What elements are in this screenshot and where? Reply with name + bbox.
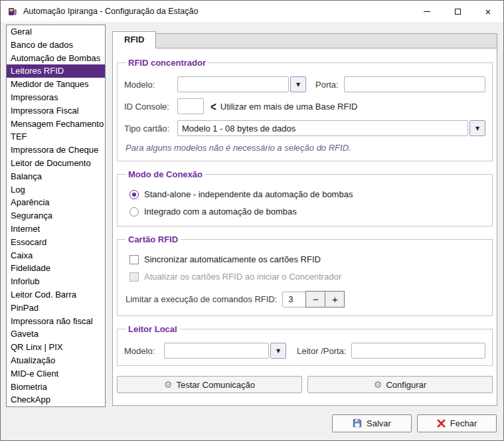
- tipo-cartao-dropdown-button[interactable]: ▼: [469, 120, 485, 136]
- sidebar-item[interactable]: Biometria: [7, 381, 105, 394]
- close-icon: ×: [485, 7, 491, 17]
- window-controls: ×: [412, 1, 503, 22]
- sidebar-item-label: Aparência: [11, 197, 50, 207]
- sidebar-item-label: Leitor de Documento: [11, 158, 91, 168]
- limit-row: Limitar a execução de comandos RFID: 3 −…: [126, 291, 485, 308]
- sidebar-item[interactable]: MID-e Client: [7, 367, 105, 381]
- tipo-cartao-label: Tipo cartão:: [124, 124, 177, 133]
- id-console-hint: Utilizar em mais de uma Base RFID: [220, 102, 358, 112]
- minimize-button[interactable]: [412, 1, 442, 22]
- modelo-input[interactable]: [177, 76, 289, 92]
- sidebar-item[interactable]: Impressora de Cheque: [7, 143, 105, 157]
- sidebar-item[interactable]: Banco de dados: [7, 39, 105, 52]
- radio-icon: [129, 190, 139, 199]
- sidebar-item-label: Geral: [11, 27, 32, 37]
- sidebar-item[interactable]: Geral: [7, 25, 105, 39]
- modelo-row: Modelo: ▼ Porta:: [124, 76, 485, 92]
- sidebar-item[interactable]: PinPad: [7, 302, 105, 315]
- id-console-row: ID Console: < Utilizar em mais de uma Ba…: [124, 98, 485, 114]
- leitor-modelo-input[interactable]: [164, 343, 269, 359]
- gear-icon: ⚙: [374, 380, 382, 389]
- sidebar-item[interactable]: Automação de Bombas: [7, 52, 105, 65]
- fechar-button[interactable]: Fechar: [417, 414, 497, 432]
- sidebar-item[interactable]: CheckApp: [7, 393, 105, 406]
- modelo-dropdown-button[interactable]: ▼: [290, 76, 306, 92]
- action-row: ⚙ Testar Comunicação ⚙ Configurar: [117, 376, 493, 395]
- configurar-button[interactable]: ⚙ Configurar: [307, 376, 493, 393]
- leitor-modelo-combobox: ▼: [164, 343, 286, 359]
- limit-increment-button[interactable]: +: [325, 291, 345, 308]
- limit-decrement-button[interactable]: −: [305, 291, 325, 308]
- configurar-label: Configurar: [386, 380, 426, 390]
- sidebar-item[interactable]: Leitores RFID: [7, 64, 105, 78]
- sidebar-item[interactable]: Atualização: [7, 354, 105, 367]
- porta-input[interactable]: [344, 76, 485, 92]
- sidebar-item[interactable]: Log: [7, 183, 105, 197]
- sidebar-item-label: Biometria: [11, 382, 47, 392]
- sidebar-item-label: Inforlub: [11, 276, 39, 286]
- window: Automação Ipiranga - Configuração da Est…: [0, 0, 504, 441]
- tipo-cartao-row: Tipo cartão: Modelo 1 - 08 bytes de dado…: [124, 120, 485, 136]
- sidebar-item-label: Essocard: [11, 237, 46, 247]
- modelo-combobox: ▼: [177, 76, 306, 92]
- leitor-modelo-dropdown-button[interactable]: ▼: [270, 343, 286, 359]
- limit-value[interactable]: 3: [282, 292, 306, 308]
- minimize-icon: [424, 11, 430, 12]
- group-modo-conexao: Modo de Conexão Stand-alone - independen…: [117, 169, 493, 226]
- sidebar-item[interactable]: Mensagem Fechamento: [7, 118, 105, 131]
- sidebar-item[interactable]: Impressoras: [7, 91, 105, 104]
- radio-label: Integrado com a automação de bombas: [144, 207, 297, 217]
- tipo-cartao-value[interactable]: Modelo 1 - 08 bytes de dados: [177, 120, 468, 136]
- chevron-down-icon: ▼: [276, 348, 280, 354]
- sidebar-item[interactable]: Leitor Cod. Barra: [7, 288, 105, 302]
- sidebar-item[interactable]: Internet: [7, 222, 105, 236]
- sidebar-item-label: Impressora Fiscal: [11, 106, 79, 116]
- sidebar-item[interactable]: Segurança: [7, 209, 105, 222]
- sidebar-item[interactable]: Balança: [7, 170, 105, 183]
- id-console-input[interactable]: [177, 98, 204, 114]
- leitor-porta-input[interactable]: [351, 343, 485, 359]
- close-x-icon: [437, 419, 446, 428]
- tabbar: RFID: [112, 30, 497, 48]
- sidebar-item[interactable]: Impressora não fiscal: [7, 315, 105, 328]
- tab-rfid[interactable]: RFID: [112, 31, 156, 48]
- sidebar-item[interactable]: Aparência: [7, 196, 105, 209]
- sidebar-item[interactable]: Impressora Fiscal: [7, 104, 105, 118]
- plus-icon: +: [332, 294, 338, 305]
- titlebar: Automação Ipiranga - Configuração da Est…: [1, 1, 503, 22]
- leitor-porta-label: Leitor /Porta:: [297, 346, 346, 356]
- main-area: RFID RFID concentrador Modelo: ▼: [112, 30, 497, 406]
- testar-comunicacao-button[interactable]: ⚙ Testar Comunicação: [117, 376, 302, 393]
- maximize-button[interactable]: [442, 1, 473, 22]
- radio-icon: [129, 207, 139, 217]
- sidebar-item[interactable]: Medidor de Tanques: [7, 78, 105, 91]
- sidebar-item-label: Atualização: [11, 355, 55, 365]
- sidebar-item-label: Impressora de Cheque: [11, 145, 98, 155]
- radio-option[interactable]: Integrado com a automação de bombas: [129, 207, 485, 217]
- sidebar-item[interactable]: Caixa: [7, 249, 105, 262]
- sidebar-item[interactable]: TEF: [7, 130, 105, 143]
- group-leitor-local-title: Leitor Local: [126, 324, 180, 334]
- window-body: Geral Banco de dados Automação de Bombas…: [1, 22, 503, 406]
- sidebar-item-label: MID-e Client: [11, 369, 58, 379]
- salvar-button[interactable]: Salvar: [332, 414, 412, 432]
- sidebar-item-label: PinPad: [11, 303, 39, 313]
- sidebar-item-label: TEF: [11, 132, 27, 141]
- checkbox-option[interactable]: Sincronizar automaticamente os cartões R…: [129, 254, 485, 264]
- cartao-rfid-checkboxes: Sincronizar automaticamente os cartões R…: [124, 254, 485, 282]
- sidebar-item-label: Leitores RFID: [11, 66, 64, 76]
- checkbox-option[interactable]: Atualizar os cartões RFID ao iniciar o C…: [129, 272, 485, 282]
- checkbox-label: Sincronizar automaticamente os cartões R…: [144, 254, 321, 264]
- gear-icon: ⚙: [164, 380, 173, 389]
- checkbox-label: Atualizar os cartões RFID ao iniciar o C…: [144, 272, 341, 282]
- sidebar-item[interactable]: Leitor de Documento: [7, 157, 105, 170]
- sidebar-item[interactable]: Gaveta: [7, 327, 105, 341]
- sidebar-item-label: QR Linx | PIX: [11, 342, 63, 352]
- close-button[interactable]: ×: [473, 1, 503, 22]
- radio-option[interactable]: Stand-alone - independente da automação …: [129, 189, 485, 199]
- sidebar-item[interactable]: Essocard: [7, 236, 105, 249]
- sidebar-item[interactable]: QR Linx | PIX: [7, 341, 105, 354]
- sidebar-item[interactable]: Fidelidade: [7, 262, 105, 275]
- save-icon: [353, 418, 362, 428]
- sidebar-item[interactable]: Inforlub: [7, 275, 105, 288]
